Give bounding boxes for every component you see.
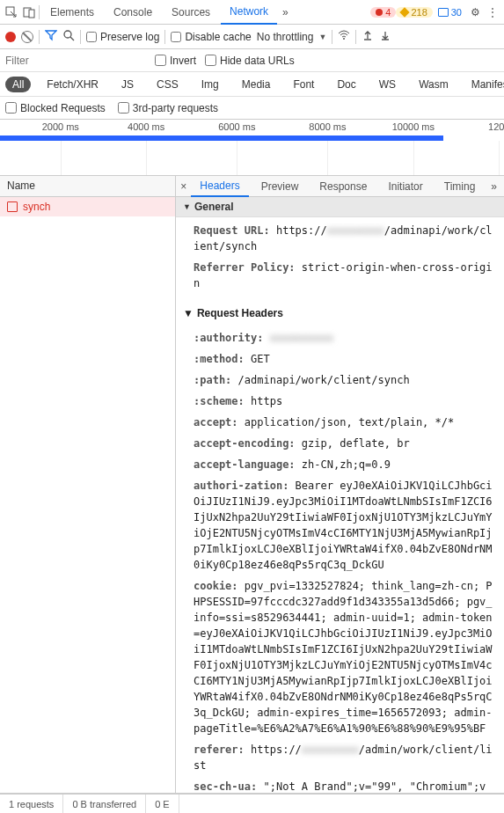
main-pane: Name synch × Headers Preview Response In… [0,176,504,794]
timeline-tick: 1200 [488,121,504,132]
gridline [327,141,328,175]
request-name: synch [23,201,50,213]
hide-data-urls-checkbox[interactable]: Hide data URLs [205,55,295,67]
warning-count-badge[interactable]: 218 [396,7,432,18]
type-fetchxhr[interactable]: Fetch/XHR [40,77,106,92]
disable-cache-checkbox[interactable]: Disable cache [171,31,251,43]
message-count-badge[interactable]: 30 [435,7,465,18]
filter-input[interactable] [5,55,146,67]
tab-preview[interactable]: Preview [252,177,308,196]
type-all[interactable]: All [5,77,31,92]
timeline-tick: 6000 ms [218,121,255,132]
gridline [499,141,500,175]
svg-line-4 [70,37,74,40]
gridline [146,141,147,175]
status-bar: 1 requests 0 B transferred 0 E [0,794,504,813]
separator [332,30,332,44]
separator [39,30,40,44]
header-item: cookie: pgv_pvi=1332527824; think_lang=z… [194,578,497,736]
invert-checkbox[interactable]: Invert [155,55,196,67]
header-item: :path: /adminapi/work/client/synch [194,372,497,388]
name-column-header[interactable]: Name [0,176,175,197]
separator [80,30,81,44]
status-transferred: 0 B transferred [63,795,146,813]
blocked-requests-label: Blocked Requests [20,102,106,114]
third-party-checkbox[interactable]: 3rd-party requests [118,102,218,114]
tab-network[interactable]: Network [221,0,277,25]
header-item: :method: GET [194,351,497,367]
tab-response[interactable]: Response [310,177,376,196]
timeline-selection [0,136,443,141]
timeline-tick: 4000 ms [128,121,164,132]
timeline-tick: 2000 ms [42,121,79,132]
document-icon [7,201,18,212]
triangle-down-icon: ▼ [183,202,191,211]
gridline [61,141,62,175]
record-button[interactable] [5,32,16,42]
details-pane: × Headers Preview Response Initiator Tim… [176,176,504,793]
timeline-overview[interactable]: 2000 ms4000 ms6000 ms8000 ms10000 ms1200 [0,120,504,176]
filter-toggle-icon[interactable] [45,29,57,44]
tab-console[interactable]: Console [105,1,161,24]
device-icon[interactable] [21,4,37,20]
type-doc[interactable]: Doc [330,77,362,92]
timeline-tick: 8000 ms [309,121,346,132]
tab-elements[interactable]: Elements [41,1,103,24]
request-headers-title: Request Headers [197,307,283,319]
type-js[interactable]: JS [114,77,141,92]
tab-timing[interactable]: Timing [435,177,485,196]
export-har-icon[interactable] [379,30,391,43]
triangle-down-icon: ▼ [183,307,194,319]
header-item: referer: https://xxxxxxxxx/admin/work/cl… [194,742,497,773]
search-icon[interactable] [62,29,75,44]
third-party-label: 3rd-party requests [133,102,218,114]
more-tabs-icon[interactable]: » [279,6,292,18]
request-type-filter: All Fetch/XHR JS CSS Img Media Font Doc … [0,72,504,97]
tab-initiator[interactable]: Initiator [379,177,431,196]
throttling-select[interactable]: No throttling [257,31,314,43]
inspect-icon[interactable] [4,4,19,20]
more-detail-tabs-icon[interactable]: » [487,180,500,193]
disable-cache-label: Disable cache [185,31,251,43]
invert-label: Invert [170,55,196,67]
type-ws[interactable]: WS [372,77,403,92]
preserve-log-label: Preserve log [100,31,159,43]
network-conditions-icon[interactable] [338,30,350,43]
details-tab-bar: × Headers Preview Response Initiator Tim… [176,176,504,197]
type-css[interactable]: CSS [150,77,186,92]
blocked-row: Blocked Requests 3rd-party requests [0,97,504,120]
svg-point-5 [343,38,345,40]
tab-headers[interactable]: Headers [191,176,248,197]
tab-sources[interactable]: Sources [163,1,219,24]
general-section-header[interactable]: ▼General [176,197,504,217]
type-wasm[interactable]: Wasm [412,77,456,92]
gridline [413,141,414,175]
svg-rect-2 [29,10,34,18]
error-count-badge[interactable]: 4 [370,7,396,18]
kebab-icon[interactable]: ⋮ [485,4,500,20]
header-item: accept-language: zh-CN,zh;q=0.9 [194,457,497,472]
status-extra: 0 E [146,795,179,813]
settings-icon[interactable]: ⚙ [467,4,483,20]
clear-button[interactable] [21,31,33,43]
request-headers-section-header[interactable]: ▼Request Headers [176,302,504,325]
close-details-icon[interactable]: × [179,180,187,193]
preserve-log-checkbox[interactable]: Preserve log [86,31,159,43]
general-title: General [194,201,234,213]
header-item: authori-zation: Bearer eyJ0eXAiOiJKV1QiL… [194,478,497,573]
chevron-down-icon[interactable]: ▼ [318,33,326,41]
separator [39,5,40,19]
separator [164,30,165,44]
type-manifest[interactable]: Manifest [464,77,504,92]
import-har-icon[interactable] [362,30,374,43]
header-item: Request URL: https://xxxxxxxxx/adminapi/… [194,223,497,254]
type-font[interactable]: Font [286,77,321,92]
header-item: sec-ch-ua: ";Not A Brand";v="99", "Chrom… [194,779,497,793]
type-img[interactable]: Img [194,77,226,92]
request-row[interactable]: synch [0,197,175,216]
status-requests: 1 requests [0,795,63,813]
header-item: accept: application/json, text/plain, */… [194,414,497,430]
hide-data-label: Hide data URLs [220,55,295,67]
type-media[interactable]: Media [235,77,278,92]
blocked-requests-checkbox[interactable]: Blocked Requests [5,102,106,114]
